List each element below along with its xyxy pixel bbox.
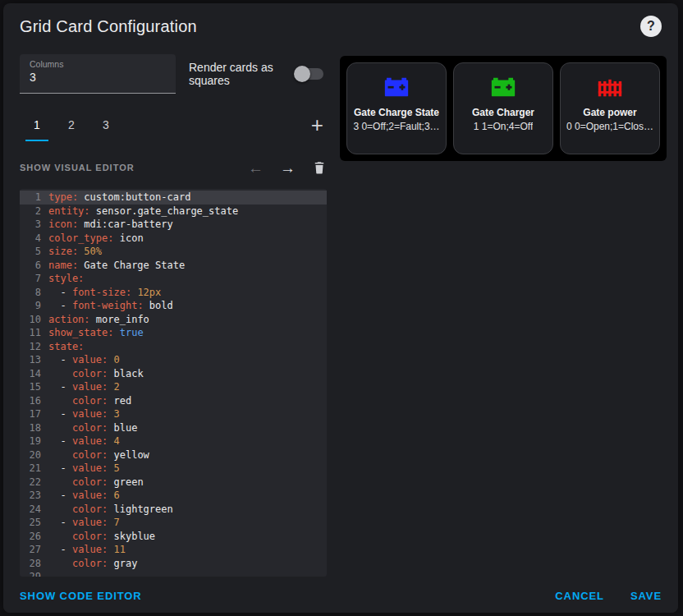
line-number: 28	[20, 557, 48, 571]
code-line[interactable]: 3icon: mdi:car-battery	[20, 218, 327, 232]
line-number: 2	[20, 205, 48, 218]
tab-3[interactable]: 3	[89, 108, 123, 141]
code-line[interactable]: 21 - value: 5	[20, 462, 327, 476]
line-number: 14	[20, 367, 48, 381]
columns-label: Columns	[30, 59, 166, 69]
code-line[interactable]: 23 - value: 6	[20, 489, 327, 503]
help-icon[interactable]: ?	[640, 16, 662, 37]
line-number: 13	[20, 353, 48, 367]
line-number: 7	[20, 272, 48, 286]
code-line[interactable]: 13 - value: 0	[20, 353, 327, 367]
squares-toggle[interactable]	[294, 65, 325, 83]
code-line[interactable]: 9 - font-weight: bold	[20, 299, 327, 313]
line-number: 20	[20, 448, 48, 462]
columns-input[interactable]	[30, 69, 166, 84]
line-number: 4	[20, 232, 48, 246]
code-line[interactable]: 25 - value: 7	[20, 516, 327, 530]
car-battery-icon	[484, 73, 522, 101]
preview-card-state: 1 1=On;4=Off	[474, 121, 534, 132]
line-number: 15	[20, 380, 48, 394]
code-line[interactable]: 1type: custom:button-card	[20, 191, 327, 205]
save-button[interactable]: SAVE	[630, 590, 662, 602]
code-line[interactable]: 10action: more_info	[20, 313, 327, 327]
code-line[interactable]: 2entity: sensor.gate_charge_state	[20, 205, 327, 218]
code-line[interactable]: 4color_type: icon	[20, 232, 327, 246]
help-glyph: ?	[647, 20, 655, 33]
tab-bar: 123	[20, 108, 123, 141]
card-preview-panel: Gate Charge State3 0=Off;2=Fault;3…Gate …	[340, 56, 667, 161]
delete-trash-icon[interactable]	[312, 160, 327, 175]
config-row: Columns Render cards as squares	[20, 54, 327, 94]
gate-icon	[591, 73, 629, 101]
yaml-code-editor[interactable]: 1type: custom:button-card2entity: sensor…	[20, 189, 327, 577]
code-line[interactable]: 27 - value: 11	[20, 543, 327, 557]
preview-card[interactable]: Gate power0 0=Open;1=Clos…	[560, 62, 660, 154]
dialog-footer: SHOW CODE EDITOR CANCEL SAVE	[3, 578, 678, 613]
tab-1[interactable]: 1	[20, 108, 54, 141]
code-line[interactable]: 15 - value: 2	[20, 380, 327, 394]
code-line[interactable]: 6name: Gate Charge State	[20, 259, 327, 273]
line-number: 3	[20, 218, 48, 232]
card-tabs-row: 123 +	[20, 108, 327, 141]
footer-actions: CANCEL SAVE	[555, 590, 662, 602]
line-number: 18	[20, 421, 48, 435]
line-number: 26	[20, 530, 48, 544]
columns-field[interactable]: Columns	[20, 54, 176, 94]
show-code-editor-button[interactable]: SHOW CODE EDITOR	[20, 590, 142, 602]
line-number: 23	[20, 489, 48, 503]
code-line[interactable]: 29	[20, 570, 327, 577]
line-number: 27	[20, 543, 48, 557]
show-visual-editor-button[interactable]: SHOW VISUAL EDITOR	[20, 163, 135, 172]
toggle-knob	[294, 66, 310, 82]
code-line[interactable]: 26 color: skyblue	[20, 530, 327, 544]
grid-card-config-dialog: Grid Card Configuration ? Columns Render…	[3, 3, 678, 613]
code-line[interactable]: 28 color: gray	[20, 557, 327, 571]
code-line[interactable]: 14 color: black	[20, 367, 327, 381]
code-line[interactable]: 5size: 50%	[20, 245, 327, 259]
editor-toolbar: SHOW VISUAL EDITOR ← →	[20, 158, 327, 177]
dialog-header: Grid Card Configuration ?	[3, 3, 678, 49]
line-number: 29	[20, 570, 48, 577]
line-number: 16	[20, 394, 48, 408]
preview-card[interactable]: Gate Charge State3 0=Off;2=Fault;3…	[346, 62, 447, 154]
line-number: 21	[20, 462, 48, 476]
cancel-button[interactable]: CANCEL	[555, 590, 604, 602]
code-line[interactable]: 22 color: green	[20, 476, 327, 490]
code-line[interactable]: 20 color: yellow	[20, 448, 327, 462]
line-number: 25	[20, 516, 48, 530]
line-number: 11	[20, 326, 48, 340]
preview-card[interactable]: Gate Charger1 1=On;4=Off	[453, 62, 553, 154]
line-number: 6	[20, 259, 48, 273]
add-card-button[interactable]: +	[308, 114, 327, 136]
code-line[interactable]: 8 - font-size: 12px	[20, 286, 327, 300]
code-line[interactable]: 24 color: lightgreen	[20, 503, 327, 517]
line-number: 22	[20, 476, 48, 490]
undo-arrow-icon[interactable]: ←	[248, 160, 264, 176]
redo-arrow-icon[interactable]: →	[280, 160, 296, 176]
preview-card-state: 3 0=Off;2=Fault;3…	[353, 121, 439, 132]
code-line[interactable]: 11show_state: true	[20, 326, 327, 340]
code-line[interactable]: 18 color: blue	[20, 421, 327, 435]
code-line[interactable]: 19 - value: 4	[20, 434, 327, 448]
line-number: 1	[20, 191, 48, 205]
preview-card-state: 0 0=Open;1=Clos…	[566, 121, 653, 132]
code-line[interactable]: 7style:	[20, 272, 327, 286]
line-number: 10	[20, 313, 48, 327]
code-line[interactable]: 17 - value: 3	[20, 407, 327, 421]
car-battery-icon	[378, 73, 415, 101]
toolbar-icons: ← →	[248, 160, 327, 176]
line-number: 9	[20, 299, 48, 313]
code-line[interactable]: 12state:	[20, 340, 327, 354]
preview-card-name: Gate Charge State	[354, 107, 439, 118]
line-number: 5	[20, 245, 48, 259]
dialog-title: Grid Card Configuration	[20, 17, 197, 36]
preview-card-name: Gate Charger	[472, 107, 534, 118]
tab-2[interactable]: 2	[54, 108, 89, 141]
line-number: 19	[20, 434, 48, 448]
page-background: Grid Card Configuration ? Columns Render…	[0, 0, 683, 616]
line-number: 8	[20, 286, 48, 300]
squares-label: Render cards as squares	[189, 61, 294, 87]
line-number: 17	[20, 407, 48, 421]
config-panel: Columns Render cards as squares 123 + SH…	[20, 54, 327, 577]
code-line[interactable]: 16 color: red	[20, 394, 327, 408]
